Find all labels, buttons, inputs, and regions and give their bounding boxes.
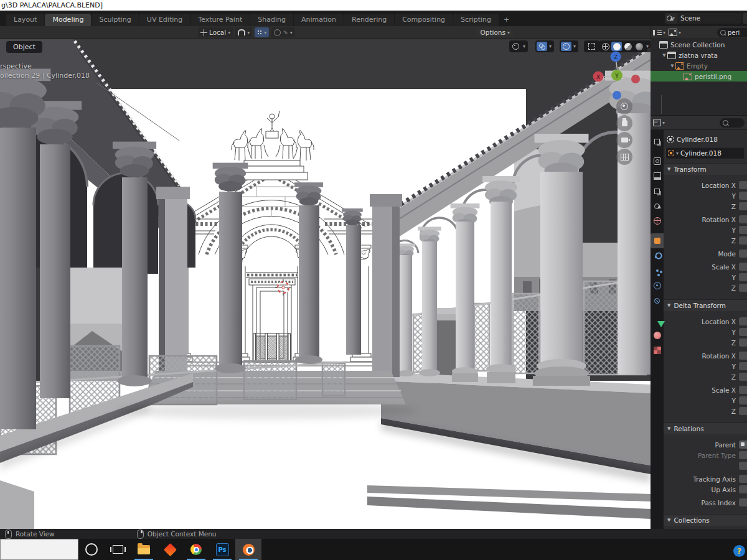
scene-name[interactable]: Scene bbox=[677, 13, 741, 24]
value-field[interactable] bbox=[739, 462, 747, 470]
properties-tab-output[interactable] bbox=[651, 169, 664, 184]
options-dropdown[interactable]: Options▾ bbox=[476, 27, 514, 37]
value-field[interactable] bbox=[739, 215, 747, 223]
value-field[interactable] bbox=[739, 485, 747, 493]
properties-search[interactable] bbox=[720, 118, 745, 128]
tab-layout[interactable]: Layout bbox=[6, 14, 44, 26]
properties-tab-texture[interactable] bbox=[651, 343, 664, 358]
properties-tab-object-data[interactable] bbox=[651, 313, 664, 328]
proportional-editing-toggle[interactable]: ∿▾ bbox=[271, 27, 294, 37]
tab-texture-paint[interactable]: Texture Paint bbox=[190, 14, 250, 26]
help-icon[interactable]: ? bbox=[733, 545, 745, 557]
object-menu[interactable]: Object bbox=[6, 41, 42, 53]
properties-tab-modifiers[interactable] bbox=[651, 248, 664, 263]
value-field[interactable] bbox=[739, 475, 747, 483]
tab-scripting[interactable]: Scripting bbox=[453, 14, 499, 26]
disclosure-triangle-icon[interactable]: ▼ bbox=[661, 53, 667, 58]
properties-tab-scene[interactable] bbox=[651, 198, 664, 213]
show-overlays-dropdown[interactable]: ▾ bbox=[560, 40, 578, 52]
object-type-visibility-dropdown[interactable]: ▾ bbox=[509, 40, 528, 52]
object-name-field[interactable]: ▾ Cylinder.018 bbox=[665, 147, 745, 159]
show-gizmos-dropdown[interactable]: ▾ bbox=[535, 40, 554, 52]
value-field[interactable] bbox=[739, 451, 747, 459]
scene-selector[interactable]: ▾ Scene bbox=[665, 11, 747, 26]
ortho-toggle-button[interactable] bbox=[616, 149, 632, 165]
shading-wireframe-button[interactable] bbox=[600, 42, 611, 51]
outliner-search[interactable] bbox=[717, 28, 747, 37]
shading-solid-button[interactable] bbox=[611, 42, 622, 51]
axis-neg-z-ball[interactable] bbox=[613, 91, 621, 100]
value-field[interactable] bbox=[739, 317, 747, 325]
value-field[interactable] bbox=[739, 236, 747, 245]
panel-header[interactable]: ▼Delta Transform bbox=[664, 299, 747, 311]
taskbar-search[interactable] bbox=[0, 539, 78, 560]
tab-animation[interactable]: Animation bbox=[294, 14, 344, 26]
value-field[interactable] bbox=[739, 250, 747, 258]
value-field[interactable] bbox=[739, 226, 747, 234]
tab-+[interactable]: + bbox=[499, 14, 514, 26]
outliner-filter[interactable]: ▾ bbox=[669, 29, 681, 36]
tab-sculpting[interactable]: Sculpting bbox=[92, 14, 138, 26]
tab-uv-editing[interactable]: UV Editing bbox=[139, 14, 190, 26]
taskbar-search-input[interactable] bbox=[1, 539, 80, 560]
value-field[interactable] bbox=[739, 263, 747, 271]
outliner-display-mode[interactable]: ▾ bbox=[653, 30, 665, 35]
properties-tab-render[interactable] bbox=[651, 154, 664, 169]
axis-neg-x-ball[interactable] bbox=[631, 75, 640, 83]
value-field[interactable] bbox=[739, 181, 747, 189]
value-field[interactable] bbox=[739, 328, 747, 336]
camera-view-button[interactable] bbox=[616, 132, 632, 148]
taskbar-file-explorer-button[interactable] bbox=[131, 539, 157, 560]
taskbar-chrome-button[interactable] bbox=[183, 539, 209, 560]
taskbar-diamond-app-button[interactable] bbox=[157, 539, 183, 560]
value-field[interactable] bbox=[739, 386, 747, 394]
pan-button[interactable] bbox=[616, 115, 632, 131]
properties-editor-type[interactable]: ▾ bbox=[653, 119, 665, 126]
value-field[interactable] bbox=[739, 396, 747, 404]
tab-rendering[interactable]: Rendering bbox=[344, 14, 394, 26]
properties-tab-material[interactable] bbox=[651, 328, 664, 343]
outliner-row-empty[interactable]: ▼Empty bbox=[651, 60, 747, 71]
value-field[interactable] bbox=[739, 273, 747, 281]
value-field[interactable] bbox=[739, 498, 747, 506]
snap-mode-dropdown[interactable]: ▾ bbox=[255, 27, 269, 37]
3d-viewport[interactable]: Object rspective ollection 29 | Cylinder… bbox=[0, 39, 651, 529]
shading-material-button[interactable] bbox=[622, 42, 633, 51]
properties-tab-view-layer[interactable] bbox=[651, 184, 664, 198]
properties-tab-object[interactable] bbox=[651, 233, 664, 248]
snap-toggle[interactable]: ▾ bbox=[235, 27, 252, 37]
taskbar-cortana-button[interactable] bbox=[78, 539, 105, 560]
value-field[interactable] bbox=[739, 362, 747, 370]
tab-modeling[interactable]: Modeling bbox=[45, 14, 91, 26]
tab-compositing[interactable]: Compositing bbox=[395, 14, 453, 26]
properties-tab-world[interactable] bbox=[651, 213, 664, 228]
outliner-search-input[interactable] bbox=[728, 29, 744, 36]
outliner-row-scene-collection[interactable]: Scene Collection bbox=[651, 39, 747, 50]
taskbar-task-view-button[interactable] bbox=[105, 539, 131, 560]
zoom-button[interactable] bbox=[616, 98, 632, 114]
value-field[interactable] bbox=[739, 352, 747, 360]
scene-icon[interactable]: ▾ bbox=[665, 13, 677, 24]
properties-tab-constraints[interactable] bbox=[651, 293, 664, 308]
value-field[interactable] bbox=[739, 202, 747, 210]
outliner-row-zlatna-vrata[interactable]: ▼zlatna vrata bbox=[651, 50, 747, 60]
outliner-row-peristil-png[interactable]: peristil.png bbox=[651, 71, 747, 82]
panel-header[interactable]: ▼Collections bbox=[664, 514, 747, 526]
value-field[interactable] bbox=[739, 407, 747, 415]
panel-header[interactable]: ▼Relations bbox=[664, 422, 747, 434]
taskbar-blender-button[interactable] bbox=[235, 539, 261, 560]
transform-orientation-dropdown[interactable]: Local▾ bbox=[198, 27, 233, 37]
disclosure-triangle-icon[interactable]: ▼ bbox=[669, 63, 675, 68]
shading-rendered-button[interactable] bbox=[634, 42, 644, 51]
new-scene-button[interactable] bbox=[743, 13, 747, 24]
panel-header[interactable]: ▼Transform bbox=[664, 163, 747, 175]
properties-tab-tool[interactable] bbox=[651, 134, 664, 149]
properties-tab-physics[interactable] bbox=[651, 278, 664, 293]
value-field[interactable] bbox=[739, 338, 747, 347]
taskbar-photoshop-button[interactable]: Ps bbox=[209, 539, 235, 560]
tab-shading[interactable]: Shading bbox=[250, 14, 293, 26]
value-field[interactable] bbox=[739, 441, 747, 449]
value-field[interactable] bbox=[739, 192, 747, 200]
value-field[interactable] bbox=[739, 284, 747, 292]
value-field[interactable] bbox=[739, 373, 747, 381]
